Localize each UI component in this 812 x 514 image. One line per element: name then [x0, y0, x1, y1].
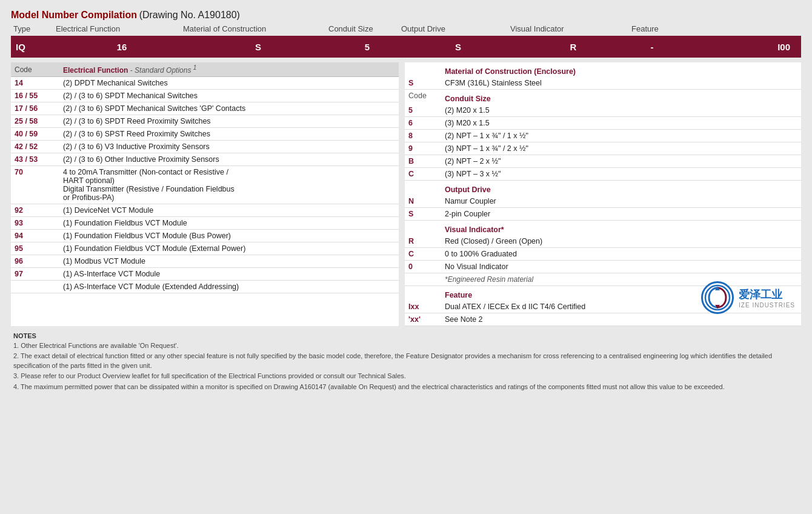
code-cell: 25 / 58	[11, 115, 59, 128]
table-row: 9(3) NPT – 1 x ¾" / 2 x ½"	[405, 142, 801, 155]
model-conduit: 5	[331, 42, 404, 52]
table-row: B(2) NPT – 2 x ½"	[405, 155, 801, 168]
model-bar: IQ 16 S 5 S R - I00	[11, 36, 801, 58]
right-desc-cell: 2-pin Coupler	[441, 208, 801, 221]
main-content: Code Electrical Function - Standard Opti…	[11, 62, 801, 326]
header-material: Material of Construction	[183, 24, 328, 33]
right-desc-cell: (3) NPT – 1 x ¾" / 2 x ½"	[441, 142, 801, 155]
right-desc-cell: See Note 2	[441, 313, 801, 326]
desc-cell: (2) DPDT Mechanical Switches	[59, 77, 399, 90]
code-cell: 14	[11, 77, 59, 90]
right-code-cell: Ixx	[405, 301, 441, 313]
desc-cell: (2) / (3 to 6) V3 Inductive Proximity Se…	[59, 141, 399, 153]
right-desc-cell: (3) NPT – 3 x ½"	[441, 168, 801, 181]
table-row: 17 / 56(2) / (3 to 6) SPDT Mechanical Sw…	[11, 102, 399, 115]
desc-cell: (1) Foundation Fieldbus VCT Module	[59, 217, 399, 230]
table-row: S2-pin Coupler	[405, 208, 801, 221]
code-cell: 97	[11, 268, 59, 281]
model-output: S	[404, 42, 513, 52]
header-conduit: Conduit Size	[328, 24, 401, 33]
section-code-spacer	[405, 62, 441, 77]
table-row: 25 / 58(2) / (3 to 6) SPDT Reed Proximit…	[11, 115, 399, 128]
model-dash: -	[634, 42, 670, 52]
code-cell: 95	[11, 242, 59, 255]
right-panel: Material of Construction (Enclosure)SCF3…	[405, 62, 801, 326]
page: Model Number Compilation (Drawing No. A1…	[0, 0, 812, 514]
section-title: Visual Indicator*	[441, 221, 801, 236]
code-cell: 96	[11, 255, 59, 268]
table-row: 16 / 55(2) / (3 to 6) SPDT Mechanical Sw…	[11, 90, 399, 102]
model-visual: R	[513, 42, 634, 52]
code-cell: 70	[11, 166, 59, 204]
table-row: 'xx'See Note 2	[405, 313, 801, 326]
section-code-spacer: Code	[405, 90, 441, 105]
right-code-cell: 5	[405, 104, 441, 117]
right-code-cell: 8	[405, 130, 441, 142]
code-cell: 40 / 59	[11, 128, 59, 141]
left-panel: Code Electrical Function - Standard Opti…	[11, 62, 399, 326]
table-row: 95(1) Foundation Fieldbus VCT Module (Ex…	[11, 242, 399, 255]
logo-icon	[704, 284, 731, 311]
desc-cell: (1) Foundation Fieldbus VCT Module (Bus …	[59, 230, 399, 242]
header-visual: Visual Indicator	[510, 24, 631, 33]
right-desc-cell: CF3M (316L) Stainless Steel	[441, 77, 801, 90]
header-feature: Feature	[631, 24, 799, 33]
title-row: Model Number Compilation (Drawing No. A1…	[11, 10, 801, 21]
section-header-row: CodeConduit Size	[405, 90, 801, 105]
section-title: Material of Construction (Enclosure)	[441, 62, 801, 77]
code-cell: 93	[11, 217, 59, 230]
model-type: IQ	[16, 42, 58, 52]
table-row: 6(3) M20 x 1.5	[405, 117, 801, 130]
table-row: C0 to 100% Graduated	[405, 248, 801, 261]
right-code-cell: 'xx'	[405, 313, 441, 326]
desc-cell: (2) / (3 to 6) SPDT Mechanical Switches	[59, 90, 399, 102]
code-cell: 94	[11, 230, 59, 242]
code-cell: 92	[11, 204, 59, 217]
header-electrical: Electrical Function	[56, 24, 183, 33]
desc-cell: (1) DeviceNet VCT Module	[59, 204, 399, 217]
table-row: 42 / 52(2) / (3 to 6) V3 Inductive Proxi…	[11, 141, 399, 153]
code-cell	[11, 281, 59, 293]
section-code-spacer	[405, 181, 441, 196]
table-row: 43 / 53(2) / (3 to 6) Other Inductive Pr…	[11, 153, 399, 166]
code-cell: 43 / 53	[11, 153, 59, 166]
desc-cell: (1) Modbus VCT Module	[59, 255, 399, 268]
right-desc-cell: 0 to 100% Graduated	[441, 248, 801, 261]
note-item: 3. Please refer to our Product Overview …	[13, 372, 799, 381]
right-code-cell: 0	[405, 261, 441, 273]
table-row: 14(2) DPDT Mechanical Switches	[11, 77, 399, 90]
table-row: 92(1) DeviceNet VCT Module	[11, 204, 399, 217]
model-material: S	[185, 42, 331, 52]
table-row: (1) AS-Interface VCT Module (Extended Ad…	[11, 281, 399, 293]
section-title: Output Drive	[441, 181, 801, 196]
table-row: 97(1) AS-Interface VCT Module	[11, 268, 399, 281]
logo-circle	[701, 281, 734, 314]
section-header-row: Material of Construction (Enclosure)	[405, 62, 801, 77]
right-desc-cell: (2) M20 x 1.5	[441, 104, 801, 117]
right-code-cell: R	[405, 235, 441, 248]
elec-function-subtitle: - Standard Options 1	[130, 66, 197, 75]
table-row: NNamur Coupler	[405, 195, 801, 208]
header-type: Type	[13, 24, 56, 33]
section-header-row: Visual Indicator*	[405, 221, 801, 236]
header-output: Output Drive	[401, 24, 510, 33]
right-desc-cell: (3) M20 x 1.5	[441, 117, 801, 130]
table-row: 40 / 59(2) / (3 to 6) SPST Reed Proximit…	[11, 128, 399, 141]
column-headers: Type Electrical Function Material of Con…	[11, 24, 801, 33]
note-item: 1. Other Electrical Functions are availa…	[13, 341, 799, 350]
notes-title: NOTES	[13, 332, 799, 339]
section-title: Conduit Size	[441, 90, 801, 105]
right-desc-cell: Red (Closed) / Green (Open)	[441, 235, 801, 248]
model-electrical: 16	[58, 42, 185, 52]
right-code-cell: N	[405, 195, 441, 208]
section-code-spacer	[405, 221, 441, 236]
right-desc-cell: Namur Coupler	[441, 195, 801, 208]
title-normal: (Drawing No. A190180)	[139, 10, 240, 20]
logo-area: 爱泽工业 IZE INDUSTRIES	[701, 281, 795, 314]
section-header-row: Output Drive	[405, 181, 801, 196]
table-row: RRed (Closed) / Green (Open)	[405, 235, 801, 248]
desc-cell: (1) AS-Interface VCT Module	[59, 268, 399, 281]
right-code-cell: S	[405, 208, 441, 221]
right-desc-cell: No Visual Indicator	[441, 261, 801, 273]
right-code-cell: S	[405, 77, 441, 90]
